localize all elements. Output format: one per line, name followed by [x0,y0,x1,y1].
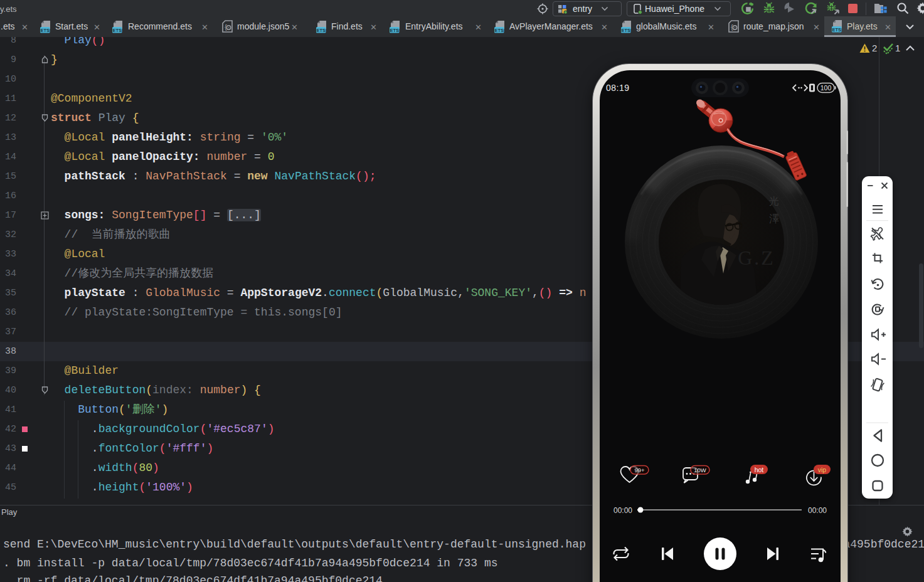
svg-text:00:00: 00:00 [808,506,827,515]
svg-text:08:19: 08:19 [606,83,630,93]
svg-text:澤: 澤 [769,213,779,224]
svg-text:vip: vip [818,466,827,474]
svg-text:hot: hot [755,466,764,474]
svg-text:00:00: 00:00 [613,506,632,515]
svg-text:99+: 99+ [634,467,645,474]
svg-text:10W: 10W [694,467,706,474]
svg-text:光: 光 [769,196,779,206]
svg-text:G.Z: G.Z [738,246,775,269]
svg-text:100: 100 [820,84,832,92]
